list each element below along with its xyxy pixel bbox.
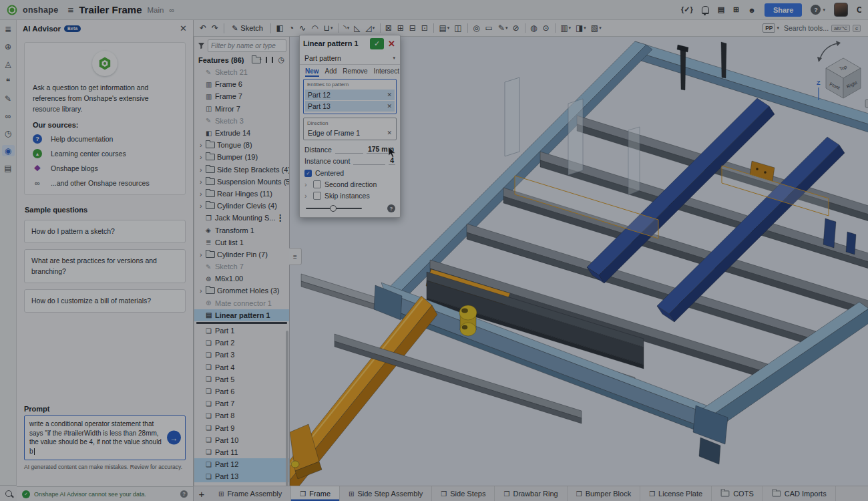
enclose-icon[interactable]: ▭: [483, 23, 495, 33]
document-tab[interactable]: CAD Imports: [763, 486, 836, 501]
chamfer-icon[interactable]: ◺: [352, 23, 363, 33]
close-icon[interactable]: ✕: [180, 23, 187, 33]
tab-new[interactable]: New: [305, 65, 319, 77]
fillet-icon[interactable]: ◝ ▾: [338, 23, 352, 33]
feature-row[interactable]: ◫ Mirror 7: [194, 103, 289, 115]
expand-chevron-icon[interactable]: ›: [304, 180, 310, 188]
part-row[interactable]: ❏ Part 10: [194, 434, 289, 446]
onshape-logo-text[interactable]: onshape: [23, 5, 59, 15]
feature-row[interactable]: ⊚ M6x1.00: [194, 273, 289, 285]
document-tab[interactable]: ❐ Drawbar Ring: [495, 486, 567, 501]
part-row[interactable]: ❏ Part 8: [194, 409, 289, 422]
feature-row[interactable]: › Grommet Holes (3): [194, 285, 289, 297]
drawbar-ring[interactable]: [459, 305, 477, 336]
part-row[interactable]: ❏ Part 1: [194, 325, 289, 337]
tab-search-button[interactable]: [0, 485, 17, 501]
view-cube[interactable]: Top Front Right Z: [813, 37, 868, 112]
history-clock-icon[interactable]: ◷: [278, 55, 284, 64]
sheet-metal-icon[interactable]: ◨ ▾: [574, 23, 589, 33]
versions-icon[interactable]: ∞: [2, 110, 15, 122]
feature-row[interactable]: › Cylinder Pin (7): [194, 248, 289, 261]
part-row[interactable]: ❏ Part 9: [194, 422, 289, 434]
bom-icon[interactable]: ▤: [2, 162, 15, 174]
history-icon[interactable]: ◷: [2, 128, 15, 139]
document-tab[interactable]: ❐ Bumper Block: [568, 486, 640, 501]
send-button[interactable]: →: [167, 431, 181, 445]
part-row[interactable]: ❏ Part 6: [194, 385, 289, 397]
support-icon[interactable]: ☻: [748, 6, 756, 14]
edit-feature-icon[interactable]: ✎ ▾: [495, 23, 510, 33]
centered-option[interactable]: ✓ Centered: [300, 166, 400, 178]
expand-chevron-icon[interactable]: ›: [200, 178, 206, 186]
feature-row[interactable]: › Side Step Brackets (4): [194, 164, 289, 176]
slider-knob[interactable]: [330, 205, 337, 212]
custom-features-icon[interactable]: ◬: [2, 58, 15, 69]
feature-list-icon[interactable]: ≣: [2, 23, 15, 35]
featurescript-icon[interactable]: {✓}: [681, 5, 693, 14]
prompt-input[interactable]: write a conditional operator statement t…: [25, 416, 185, 460]
feature-row[interactable]: ✎ Sketch 3: [194, 115, 289, 127]
checkbox-checked-icon[interactable]: ✓: [304, 170, 312, 177]
document-tab[interactable]: ⊞ Side Step Assembly: [340, 486, 432, 501]
feature-row[interactable]: › Tongue (8): [194, 139, 289, 151]
add-folder-icon[interactable]: [252, 57, 261, 63]
draft-icon[interactable]: ◿ ▾: [363, 23, 377, 33]
offset-surface-icon[interactable]: ◎: [467, 23, 483, 33]
expand-chevron-icon[interactable]: ›: [200, 202, 206, 210]
custom-features-button[interactable]: PP ▾: [763, 23, 779, 33]
document-tab[interactable]: ⊞ Frame Assembly: [210, 486, 291, 501]
document-tab[interactable]: COTS: [712, 486, 763, 501]
branch-label[interactable]: Main: [147, 6, 164, 14]
tab-remove[interactable]: Remove: [343, 67, 367, 75]
feature-row[interactable]: ▤ Linear pattern 1: [194, 309, 289, 321]
tree-scrollbar[interactable]: [286, 331, 288, 486]
direction-row[interactable]: Edge of Frame 1 ✕: [305, 128, 395, 138]
remove-direction-icon[interactable]: ✕: [387, 130, 392, 136]
part-row[interactable]: ❏ Part 5: [194, 373, 289, 385]
second-direction-option[interactable]: › Second direction: [300, 178, 400, 189]
dialog-help-icon[interactable]: ?: [387, 204, 395, 212]
onshape-logo-icon[interactable]: [7, 5, 17, 15]
filter-icon[interactable]: [198, 42, 205, 49]
feature-row[interactable]: ⊕ Mate connector 1: [194, 297, 289, 309]
feature-row[interactable]: ▥ Frame 6: [194, 78, 289, 90]
document-tab[interactable]: ❐ Frame: [291, 486, 340, 501]
configurations-icon[interactable]: ⊕: [2, 41, 15, 52]
suppress-pause-icon[interactable]: [266, 57, 273, 63]
feature-row[interactable]: ✎ Sketch 21: [194, 66, 289, 78]
feature-row[interactable]: › Rear Hinges (11): [194, 188, 289, 200]
expand-chevron-icon[interactable]: ›: [304, 192, 310, 200]
direction-box[interactable]: Direction Edge of Frame 1 ✕: [303, 118, 397, 140]
rollback-handle[interactable]: ┇: [278, 214, 282, 222]
help-menu[interactable]: ? ▾: [811, 5, 825, 15]
checkbox-empty-icon[interactable]: [313, 180, 321, 188]
comments-icon[interactable]: ❝: [2, 75, 15, 87]
preview-slider[interactable]: [306, 208, 362, 209]
share-link-icon[interactable]: ∞: [169, 6, 174, 14]
part-row[interactable]: ❏ Part 4: [194, 361, 289, 373]
document-title[interactable]: Trailer Frame: [79, 4, 142, 15]
feature-row[interactable]: ◧ Extrude 14: [194, 127, 289, 139]
entity-row[interactable]: Part 12 ✕: [305, 90, 395, 100]
frame-tool-icon[interactable]: ▥ ▾: [555, 23, 573, 33]
help-icon[interactable]: ?: [180, 490, 188, 498]
surface-icon[interactable]: ▧ ▾: [588, 23, 604, 33]
feature-row[interactable]: › Bumper (19): [194, 151, 289, 163]
part-row[interactable]: ❏ Part 2: [194, 337, 289, 349]
user-avatar[interactable]: [834, 3, 848, 17]
delete-part-icon[interactable]: ⊘: [510, 23, 522, 33]
boolean-icon[interactable]: ⊞: [395, 23, 407, 33]
feature-row[interactable]: › Suspension Mounts (5): [194, 176, 289, 188]
feature-row[interactable]: › Cylinder Clevis (4): [194, 200, 289, 212]
expand-chevron-icon[interactable]: ›: [200, 190, 206, 198]
entity-row[interactable]: Part 13 ✕: [305, 101, 395, 112]
tab-intersect[interactable]: Intersect: [374, 67, 399, 75]
remove-entity-icon[interactable]: ✕: [387, 103, 392, 110]
cancel-x-button[interactable]: ✕: [387, 39, 397, 49]
sample-question-card[interactable]: What are best practices for versions and…: [24, 249, 186, 283]
feature-row[interactable]: ✎ Sketch 7: [194, 261, 289, 273]
sweep-icon[interactable]: ∿: [297, 23, 309, 33]
part-row[interactable]: ❏ Part 11: [194, 446, 289, 458]
undo-button[interactable]: ↶: [197, 23, 209, 33]
help-icon[interactable]: ?: [811, 5, 821, 15]
